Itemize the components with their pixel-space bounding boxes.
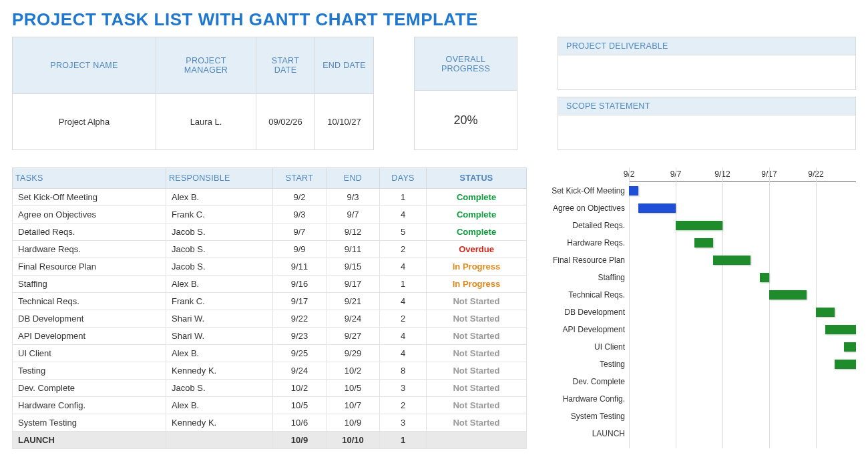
gantt-bar[interactable]: [676, 221, 722, 230]
task-cell-end[interactable]: 9/17: [327, 276, 380, 293]
gantt-bar[interactable]: [816, 308, 835, 317]
task-row[interactable]: Technical Reqs.Frank C.9/179/214Not Star…: [13, 293, 527, 310]
task-cell-start[interactable]: 9/25: [273, 345, 327, 362]
task-row[interactable]: Detailed Reqs.Jacob S.9/79/125Complete: [13, 223, 527, 241]
gantt-bar[interactable]: [629, 186, 638, 195]
task-cell-start[interactable]: 9/7: [273, 223, 327, 241]
task-cell-days[interactable]: 4: [380, 293, 427, 310]
task-cell-resp[interactable]: Shari W.: [166, 310, 273, 328]
task-row[interactable]: Hardware Config.Alex B.10/510/72Not Star…: [13, 397, 527, 414]
task-cell-status[interactable]: Overdue: [427, 241, 527, 258]
task-cell-days[interactable]: 4: [380, 345, 427, 362]
task-cell-status[interactable]: Not Started: [427, 345, 527, 362]
task-cell-end[interactable]: 9/27: [327, 328, 380, 345]
task-cell-days[interactable]: 1: [380, 189, 427, 206]
task-cell-resp[interactable]: Alex B.: [166, 397, 273, 414]
task-cell-resp[interactable]: Jacob S.: [166, 380, 273, 397]
task-cell-name[interactable]: LAUNCH: [13, 432, 166, 449]
task-cell-name[interactable]: Technical Reqs.: [13, 293, 166, 310]
meta-value-start[interactable]: 09/02/26: [256, 94, 315, 150]
task-cell-days[interactable]: 5: [380, 223, 427, 241]
task-cell-resp[interactable]: Jacob S.: [166, 241, 273, 258]
gantt-bar[interactable]: [769, 290, 807, 300]
task-cell-end[interactable]: 10/5: [327, 380, 380, 397]
task-cell-end[interactable]: 9/3: [327, 189, 380, 206]
task-cell-days[interactable]: 4: [380, 206, 427, 223]
gantt-bar[interactable]: [835, 360, 856, 369]
task-cell-days[interactable]: 1: [380, 276, 427, 293]
task-cell-start[interactable]: 9/2: [273, 189, 327, 206]
task-cell-end[interactable]: 9/12: [327, 223, 380, 241]
task-row[interactable]: System TestingKennedy K.10/610/93Not Sta…: [13, 414, 527, 432]
task-cell-start[interactable]: 10/6: [273, 414, 327, 432]
gantt-bar[interactable]: [638, 203, 676, 213]
task-row[interactable]: Final Resource PlanJacob S.9/119/154In P…: [13, 258, 527, 276]
task-cell-resp[interactable]: Alex B.: [166, 345, 273, 362]
task-row[interactable]: LAUNCH10/910/101: [13, 432, 527, 449]
task-row[interactable]: Agree on ObjectivesFrank C.9/39/74Comple…: [13, 206, 527, 223]
task-cell-days[interactable]: 2: [380, 310, 427, 328]
task-cell-resp[interactable]: Shari W.: [166, 328, 273, 345]
task-cell-status[interactable]: Not Started: [427, 310, 527, 328]
task-cell-start[interactable]: 9/11: [273, 258, 327, 276]
task-cell-name[interactable]: Testing: [13, 362, 166, 380]
task-cell-name[interactable]: Detailed Reqs.: [13, 223, 166, 241]
task-cell-name[interactable]: Set Kick-Off Meeting: [13, 189, 166, 206]
task-cell-status[interactable]: Not Started: [427, 397, 527, 414]
task-row[interactable]: Dev. CompleteJacob S.10/210/53Not Starte…: [13, 380, 527, 397]
task-cell-resp[interactable]: [166, 432, 273, 449]
task-row[interactable]: Set Kick-Off MeetingAlex B.9/29/31Comple…: [13, 189, 527, 206]
task-cell-start[interactable]: 9/22: [273, 310, 327, 328]
task-cell-name[interactable]: Final Resource Plan: [13, 258, 166, 276]
meta-value-end[interactable]: 10/10/27: [315, 94, 374, 150]
task-cell-start[interactable]: 10/9: [273, 432, 327, 449]
task-cell-start[interactable]: 10/2: [273, 380, 327, 397]
task-cell-end[interactable]: 10/7: [327, 397, 380, 414]
task-cell-status[interactable]: In Progress: [427, 276, 527, 293]
task-cell-days[interactable]: 2: [380, 241, 427, 258]
task-cell-status[interactable]: [427, 432, 527, 449]
task-cell-resp[interactable]: Jacob S.: [166, 258, 273, 276]
task-cell-resp[interactable]: Alex B.: [166, 276, 273, 293]
task-cell-status[interactable]: Not Started: [427, 362, 527, 380]
gantt-bar[interactable]: [844, 342, 856, 352]
task-cell-name[interactable]: System Testing: [13, 414, 166, 432]
task-cell-name[interactable]: UI Client: [13, 345, 166, 362]
task-cell-name[interactable]: Agree on Objectives: [13, 206, 166, 223]
task-row[interactable]: Hardware Reqs.Jacob S.9/99/112Overdue: [13, 241, 527, 258]
task-cell-days[interactable]: 3: [380, 414, 427, 432]
task-cell-start[interactable]: 9/16: [273, 276, 327, 293]
task-cell-status[interactable]: Not Started: [427, 328, 527, 345]
task-cell-start[interactable]: 9/24: [273, 362, 327, 380]
task-cell-resp[interactable]: Kennedy K.: [166, 414, 273, 432]
gantt-bar[interactable]: [760, 273, 769, 282]
task-cell-end[interactable]: 9/21: [327, 293, 380, 310]
task-cell-end[interactable]: 9/24: [327, 310, 380, 328]
task-cell-end[interactable]: 10/10: [327, 432, 380, 449]
task-row[interactable]: UI ClientAlex B.9/259/294Not Started: [13, 345, 527, 362]
task-cell-status[interactable]: Complete: [427, 206, 527, 223]
task-cell-days[interactable]: 1: [380, 432, 427, 449]
task-cell-status[interactable]: Not Started: [427, 414, 527, 432]
task-cell-start[interactable]: 9/9: [273, 241, 327, 258]
task-cell-name[interactable]: Dev. Complete: [13, 380, 166, 397]
task-cell-name[interactable]: Staffing: [13, 276, 166, 293]
task-row[interactable]: DB DevelopmentShari W.9/229/242Not Start…: [13, 310, 527, 328]
task-cell-resp[interactable]: Alex B.: [166, 189, 273, 206]
task-cell-resp[interactable]: Jacob S.: [166, 223, 273, 241]
scope-body[interactable]: [558, 115, 856, 150]
task-cell-status[interactable]: Complete: [427, 223, 527, 241]
task-cell-end[interactable]: 10/9: [327, 414, 380, 432]
task-cell-end[interactable]: 9/7: [327, 206, 380, 223]
task-row[interactable]: StaffingAlex B.9/169/171In Progress: [13, 276, 527, 293]
gantt-bar[interactable]: [825, 325, 856, 334]
task-cell-status[interactable]: Complete: [427, 189, 527, 206]
task-cell-days[interactable]: 2: [380, 397, 427, 414]
task-cell-start[interactable]: 9/17: [273, 293, 327, 310]
task-cell-name[interactable]: Hardware Config.: [13, 397, 166, 414]
task-cell-name[interactable]: API Development: [13, 328, 166, 345]
task-cell-start[interactable]: 9/3: [273, 206, 327, 223]
task-cell-status[interactable]: Not Started: [427, 293, 527, 310]
task-cell-resp[interactable]: Kennedy K.: [166, 362, 273, 380]
task-cell-name[interactable]: Hardware Reqs.: [13, 241, 166, 258]
